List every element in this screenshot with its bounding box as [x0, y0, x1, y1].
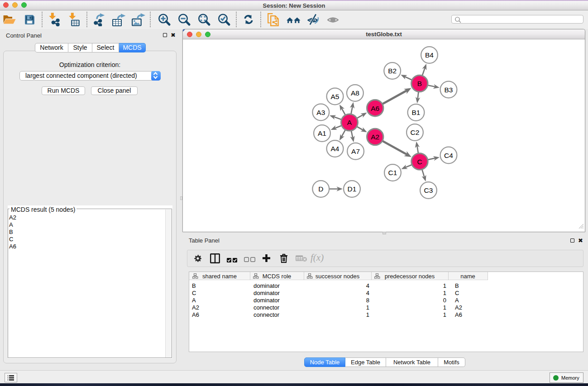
svg-text:A4: A4: [331, 145, 339, 152]
svg-text:C4: C4: [444, 152, 453, 159]
svg-text:C1: C1: [388, 169, 397, 176]
svg-text:A3: A3: [316, 109, 325, 116]
svg-text:D: D: [318, 185, 323, 193]
svg-text:A2: A2: [371, 133, 379, 141]
svg-text:B: B: [417, 80, 422, 87]
svg-text:B4: B4: [425, 51, 434, 59]
svg-text:C3: C3: [424, 186, 433, 194]
svg-text:C2: C2: [411, 129, 420, 136]
svg-text:A7: A7: [351, 148, 360, 155]
svg-text:A1: A1: [318, 129, 326, 137]
svg-text:A: A: [347, 119, 352, 126]
svg-text:A5: A5: [331, 93, 339, 100]
svg-text:B2: B2: [388, 67, 397, 75]
svg-text:D1: D1: [348, 185, 357, 193]
svg-text:A6: A6: [371, 105, 379, 112]
svg-text:B1: B1: [412, 109, 421, 116]
svg-text:B3: B3: [445, 86, 453, 94]
svg-text:C: C: [417, 158, 422, 166]
svg-text:A8: A8: [351, 89, 359, 97]
